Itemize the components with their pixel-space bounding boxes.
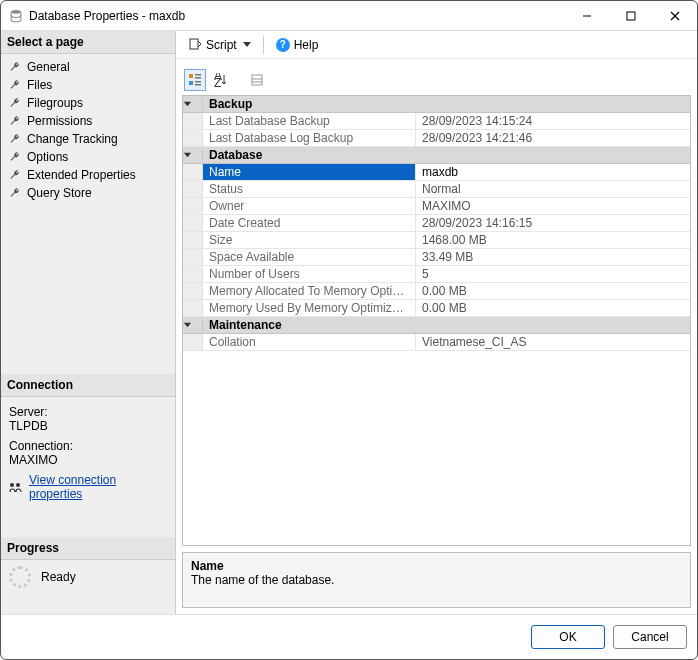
minimize-button[interactable] <box>565 1 609 30</box>
toolbar-separator <box>263 36 264 54</box>
page-item-change-tracking[interactable]: Change Tracking <box>3 130 173 148</box>
property-row[interactable]: Size1468.00 MB <box>183 232 690 249</box>
database-icon <box>9 9 23 23</box>
grid-section-database[interactable]: Database <box>183 147 690 164</box>
property-value: 0.00 MB <box>416 300 690 316</box>
progress-box: Ready <box>1 560 175 594</box>
property-value: 1468.00 MB <box>416 232 690 248</box>
close-button[interactable] <box>653 1 697 30</box>
property-pages-button[interactable] <box>246 69 268 91</box>
grid-section-backup[interactable]: Backup <box>183 96 690 113</box>
page-item-label: Filegroups <box>27 96 83 110</box>
svg-rect-11 <box>189 81 193 85</box>
page-item-query-store[interactable]: Query Store <box>3 184 173 202</box>
cancel-button[interactable]: Cancel <box>613 625 687 649</box>
select-page-header: Select a page <box>1 31 175 54</box>
property-row[interactable]: Last Database Backup28/09/2023 14:15:24 <box>183 113 690 130</box>
alphabetical-view-button[interactable]: A Z <box>210 69 232 91</box>
page-item-label: Permissions <box>27 114 92 128</box>
property-key: Number of Users <box>203 266 416 282</box>
grid-section-maintenance[interactable]: Maintenance <box>183 317 690 334</box>
description-panel: Name The name of the database. <box>182 552 691 608</box>
property-row[interactable]: Date Created28/09/2023 14:16:15 <box>183 215 690 232</box>
property-value: 28/09/2023 14:16:15 <box>416 215 690 231</box>
window-title: Database Properties - maxdb <box>29 9 185 23</box>
property-row[interactable]: Memory Used By Memory Optimized Objects0… <box>183 300 690 317</box>
page-list: GeneralFilesFilegroupsPermissionsChange … <box>1 54 175 206</box>
property-value: Normal <box>416 181 690 197</box>
wrench-icon <box>9 115 21 127</box>
property-key: Memory Used By Memory Optimized Objects <box>203 300 416 316</box>
wrench-icon <box>9 169 21 181</box>
help-label: Help <box>294 38 319 52</box>
property-value: 0.00 MB <box>416 283 690 299</box>
section-label: Database <box>203 147 268 163</box>
property-value: 28/09/2023 14:15:24 <box>416 113 690 129</box>
page-item-label: Files <box>27 78 52 92</box>
help-button[interactable]: ? Help <box>272 36 323 54</box>
titlebar: Database Properties - maxdb <box>1 1 697 31</box>
section-label: Backup <box>203 96 258 112</box>
property-row[interactable]: Memory Allocated To Memory Optimized Obj… <box>183 283 690 300</box>
property-key: Last Database Log Backup <box>203 130 416 146</box>
ok-button[interactable]: OK <box>531 625 605 649</box>
script-button[interactable]: Script <box>184 36 255 54</box>
wrench-icon <box>9 79 21 91</box>
property-row[interactable]: OwnerMAXIMO <box>183 198 690 215</box>
property-grid[interactable]: BackupLast Database Backup28/09/2023 14:… <box>182 95 691 546</box>
help-icon: ? <box>276 38 290 52</box>
svg-point-6 <box>16 483 20 487</box>
page-item-extended-properties[interactable]: Extended Properties <box>3 166 173 184</box>
description-title: Name <box>191 559 682 573</box>
wrench-icon <box>9 133 21 145</box>
property-value: 28/09/2023 14:21:46 <box>416 130 690 146</box>
description-text: The name of the database. <box>191 573 682 587</box>
collapse-icon[interactable] <box>183 99 203 110</box>
section-label: Maintenance <box>203 317 288 333</box>
connection-header: Connection <box>1 374 175 397</box>
page-item-label: Change Tracking <box>27 132 118 146</box>
property-row[interactable]: StatusNormal <box>183 181 690 198</box>
property-row[interactable]: CollationVietnamese_CI_AS <box>183 334 690 351</box>
property-row[interactable]: Last Database Log Backup28/09/2023 14:21… <box>183 130 690 147</box>
page-item-general[interactable]: General <box>3 58 173 76</box>
page-item-permissions[interactable]: Permissions <box>3 112 173 130</box>
collapse-icon[interactable] <box>183 150 203 161</box>
page-item-files[interactable]: Files <box>3 76 173 94</box>
server-value: TLPDB <box>9 419 167 433</box>
categorized-view-button[interactable] <box>184 69 206 91</box>
svg-text:Z: Z <box>214 76 221 87</box>
property-key: Space Available <box>203 249 416 265</box>
script-icon <box>188 38 202 52</box>
connection-info: Server: TLPDB Connection: MAXIMO View co… <box>1 397 175 507</box>
wrench-icon <box>9 97 21 109</box>
property-key: Last Database Backup <box>203 113 416 129</box>
property-value: MAXIMO <box>416 198 690 214</box>
connection-value: MAXIMO <box>9 453 167 467</box>
property-key: Collation <box>203 334 416 350</box>
property-key: Size <box>203 232 416 248</box>
progress-status: Ready <box>41 570 76 584</box>
svg-rect-2 <box>627 12 635 20</box>
property-value: maxdb <box>416 164 690 180</box>
server-label: Server: <box>9 405 167 419</box>
page-item-options[interactable]: Options <box>3 148 173 166</box>
svg-rect-12 <box>195 81 201 83</box>
maximize-button[interactable] <box>609 1 653 30</box>
page-item-filegroups[interactable]: Filegroups <box>3 94 173 112</box>
property-grid-toolbar: A Z <box>182 65 691 95</box>
property-key: Date Created <box>203 215 416 231</box>
svg-rect-7 <box>190 39 198 49</box>
svg-rect-10 <box>195 77 201 79</box>
property-value: 5 <box>416 266 690 282</box>
property-key: Status <box>203 181 416 197</box>
property-value: 33.49 MB <box>416 249 690 265</box>
collapse-icon[interactable] <box>183 320 203 331</box>
property-row[interactable]: Number of Users5 <box>183 266 690 283</box>
progress-header: Progress <box>1 537 175 560</box>
progress-spinner-icon <box>9 566 31 588</box>
dialog-footer: OK Cancel <box>1 614 697 659</box>
property-row[interactable]: Space Available33.49 MB <box>183 249 690 266</box>
view-connection-properties-link[interactable]: View connection properties <box>29 473 167 501</box>
property-row[interactable]: Namemaxdb <box>183 164 690 181</box>
